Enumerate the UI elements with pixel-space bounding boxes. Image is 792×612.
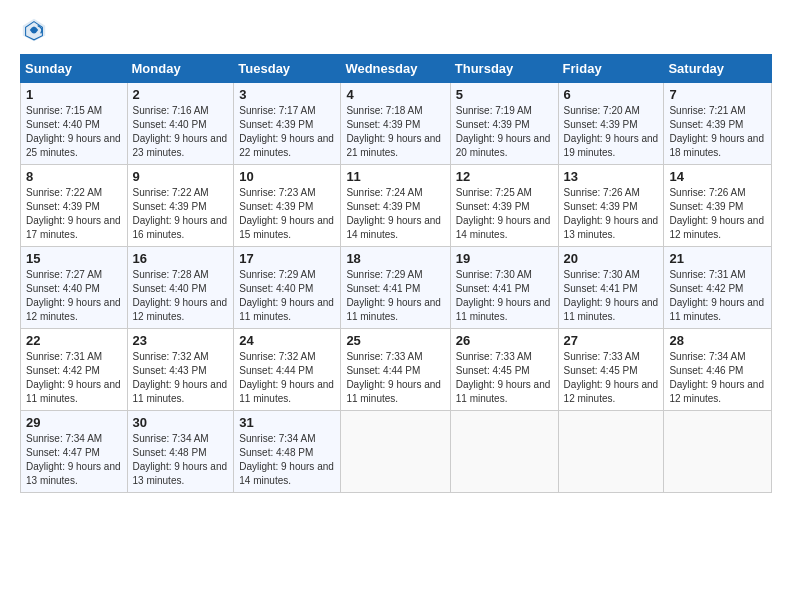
logo xyxy=(20,16,52,44)
day-info: Sunrise: 7:33 AMSunset: 4:45 PMDaylight:… xyxy=(564,351,659,404)
calendar-cell: 16 Sunrise: 7:28 AMSunset: 4:40 PMDaylig… xyxy=(127,247,234,329)
day-info: Sunrise: 7:34 AMSunset: 4:46 PMDaylight:… xyxy=(669,351,764,404)
day-info: Sunrise: 7:27 AMSunset: 4:40 PMDaylight:… xyxy=(26,269,121,322)
weekday-header-tuesday: Tuesday xyxy=(234,55,341,83)
day-info: Sunrise: 7:26 AMSunset: 4:39 PMDaylight:… xyxy=(564,187,659,240)
weekday-header-wednesday: Wednesday xyxy=(341,55,450,83)
day-info: Sunrise: 7:32 AMSunset: 4:43 PMDaylight:… xyxy=(133,351,228,404)
calendar-cell: 4 Sunrise: 7:18 AMSunset: 4:39 PMDayligh… xyxy=(341,83,450,165)
calendar-cell: 27 Sunrise: 7:33 AMSunset: 4:45 PMDaylig… xyxy=(558,329,664,411)
day-number: 13 xyxy=(564,169,659,184)
day-info: Sunrise: 7:20 AMSunset: 4:39 PMDaylight:… xyxy=(564,105,659,158)
calendar-cell: 1 Sunrise: 7:15 AMSunset: 4:40 PMDayligh… xyxy=(21,83,128,165)
day-number: 12 xyxy=(456,169,553,184)
calendar-cell: 18 Sunrise: 7:29 AMSunset: 4:41 PMDaylig… xyxy=(341,247,450,329)
calendar-cell xyxy=(450,411,558,493)
calendar-cell: 9 Sunrise: 7:22 AMSunset: 4:39 PMDayligh… xyxy=(127,165,234,247)
day-number: 7 xyxy=(669,87,766,102)
calendar-cell: 3 Sunrise: 7:17 AMSunset: 4:39 PMDayligh… xyxy=(234,83,341,165)
day-info: Sunrise: 7:16 AMSunset: 4:40 PMDaylight:… xyxy=(133,105,228,158)
calendar-cell: 15 Sunrise: 7:27 AMSunset: 4:40 PMDaylig… xyxy=(21,247,128,329)
day-info: Sunrise: 7:33 AMSunset: 4:44 PMDaylight:… xyxy=(346,351,441,404)
day-info: Sunrise: 7:32 AMSunset: 4:44 PMDaylight:… xyxy=(239,351,334,404)
weekday-header-friday: Friday xyxy=(558,55,664,83)
day-number: 16 xyxy=(133,251,229,266)
day-info: Sunrise: 7:19 AMSunset: 4:39 PMDaylight:… xyxy=(456,105,551,158)
day-number: 21 xyxy=(669,251,766,266)
calendar-week-row: 1 Sunrise: 7:15 AMSunset: 4:40 PMDayligh… xyxy=(21,83,772,165)
calendar-cell: 25 Sunrise: 7:33 AMSunset: 4:44 PMDaylig… xyxy=(341,329,450,411)
calendar-cell: 10 Sunrise: 7:23 AMSunset: 4:39 PMDaylig… xyxy=(234,165,341,247)
day-info: Sunrise: 7:29 AMSunset: 4:40 PMDaylight:… xyxy=(239,269,334,322)
day-info: Sunrise: 7:34 AMSunset: 4:48 PMDaylight:… xyxy=(239,433,334,486)
day-info: Sunrise: 7:31 AMSunset: 4:42 PMDaylight:… xyxy=(26,351,121,404)
day-number: 5 xyxy=(456,87,553,102)
calendar-cell: 7 Sunrise: 7:21 AMSunset: 4:39 PMDayligh… xyxy=(664,83,772,165)
calendar-week-row: 8 Sunrise: 7:22 AMSunset: 4:39 PMDayligh… xyxy=(21,165,772,247)
day-info: Sunrise: 7:31 AMSunset: 4:42 PMDaylight:… xyxy=(669,269,764,322)
weekday-header-row: SundayMondayTuesdayWednesdayThursdayFrid… xyxy=(21,55,772,83)
day-number: 1 xyxy=(26,87,122,102)
calendar-cell xyxy=(341,411,450,493)
day-number: 23 xyxy=(133,333,229,348)
calendar-cell: 8 Sunrise: 7:22 AMSunset: 4:39 PMDayligh… xyxy=(21,165,128,247)
calendar-cell: 28 Sunrise: 7:34 AMSunset: 4:46 PMDaylig… xyxy=(664,329,772,411)
day-info: Sunrise: 7:29 AMSunset: 4:41 PMDaylight:… xyxy=(346,269,441,322)
calendar-cell: 13 Sunrise: 7:26 AMSunset: 4:39 PMDaylig… xyxy=(558,165,664,247)
calendar-cell: 21 Sunrise: 7:31 AMSunset: 4:42 PMDaylig… xyxy=(664,247,772,329)
day-number: 31 xyxy=(239,415,335,430)
calendar-cell: 6 Sunrise: 7:20 AMSunset: 4:39 PMDayligh… xyxy=(558,83,664,165)
weekday-header-sunday: Sunday xyxy=(21,55,128,83)
calendar-cell xyxy=(558,411,664,493)
calendar-cell xyxy=(664,411,772,493)
calendar-week-row: 15 Sunrise: 7:27 AMSunset: 4:40 PMDaylig… xyxy=(21,247,772,329)
day-number: 2 xyxy=(133,87,229,102)
day-number: 14 xyxy=(669,169,766,184)
day-number: 25 xyxy=(346,333,444,348)
day-info: Sunrise: 7:24 AMSunset: 4:39 PMDaylight:… xyxy=(346,187,441,240)
day-number: 15 xyxy=(26,251,122,266)
calendar-cell: 26 Sunrise: 7:33 AMSunset: 4:45 PMDaylig… xyxy=(450,329,558,411)
day-number: 18 xyxy=(346,251,444,266)
day-number: 3 xyxy=(239,87,335,102)
calendar-cell: 20 Sunrise: 7:30 AMSunset: 4:41 PMDaylig… xyxy=(558,247,664,329)
day-info: Sunrise: 7:25 AMSunset: 4:39 PMDaylight:… xyxy=(456,187,551,240)
calendar-cell: 12 Sunrise: 7:25 AMSunset: 4:39 PMDaylig… xyxy=(450,165,558,247)
calendar-table: SundayMondayTuesdayWednesdayThursdayFrid… xyxy=(20,54,772,493)
page-container: SundayMondayTuesdayWednesdayThursdayFrid… xyxy=(0,0,792,503)
day-number: 17 xyxy=(239,251,335,266)
day-info: Sunrise: 7:18 AMSunset: 4:39 PMDaylight:… xyxy=(346,105,441,158)
logo-icon xyxy=(20,16,48,44)
day-info: Sunrise: 7:15 AMSunset: 4:40 PMDaylight:… xyxy=(26,105,121,158)
day-number: 27 xyxy=(564,333,659,348)
day-number: 6 xyxy=(564,87,659,102)
calendar-cell: 23 Sunrise: 7:32 AMSunset: 4:43 PMDaylig… xyxy=(127,329,234,411)
weekday-header-saturday: Saturday xyxy=(664,55,772,83)
day-number: 28 xyxy=(669,333,766,348)
calendar-cell: 24 Sunrise: 7:32 AMSunset: 4:44 PMDaylig… xyxy=(234,329,341,411)
day-number: 9 xyxy=(133,169,229,184)
calendar-cell: 31 Sunrise: 7:34 AMSunset: 4:48 PMDaylig… xyxy=(234,411,341,493)
day-number: 22 xyxy=(26,333,122,348)
day-number: 29 xyxy=(26,415,122,430)
day-number: 20 xyxy=(564,251,659,266)
day-info: Sunrise: 7:34 AMSunset: 4:47 PMDaylight:… xyxy=(26,433,121,486)
day-info: Sunrise: 7:22 AMSunset: 4:39 PMDaylight:… xyxy=(133,187,228,240)
weekday-header-thursday: Thursday xyxy=(450,55,558,83)
calendar-cell: 22 Sunrise: 7:31 AMSunset: 4:42 PMDaylig… xyxy=(21,329,128,411)
day-info: Sunrise: 7:23 AMSunset: 4:39 PMDaylight:… xyxy=(239,187,334,240)
day-info: Sunrise: 7:30 AMSunset: 4:41 PMDaylight:… xyxy=(564,269,659,322)
day-number: 26 xyxy=(456,333,553,348)
header xyxy=(20,16,772,44)
calendar-cell: 17 Sunrise: 7:29 AMSunset: 4:40 PMDaylig… xyxy=(234,247,341,329)
day-info: Sunrise: 7:33 AMSunset: 4:45 PMDaylight:… xyxy=(456,351,551,404)
weekday-header-monday: Monday xyxy=(127,55,234,83)
day-number: 8 xyxy=(26,169,122,184)
calendar-cell: 2 Sunrise: 7:16 AMSunset: 4:40 PMDayligh… xyxy=(127,83,234,165)
calendar-cell: 19 Sunrise: 7:30 AMSunset: 4:41 PMDaylig… xyxy=(450,247,558,329)
calendar-cell: 11 Sunrise: 7:24 AMSunset: 4:39 PMDaylig… xyxy=(341,165,450,247)
calendar-week-row: 29 Sunrise: 7:34 AMSunset: 4:47 PMDaylig… xyxy=(21,411,772,493)
day-info: Sunrise: 7:22 AMSunset: 4:39 PMDaylight:… xyxy=(26,187,121,240)
calendar-cell: 5 Sunrise: 7:19 AMSunset: 4:39 PMDayligh… xyxy=(450,83,558,165)
day-number: 10 xyxy=(239,169,335,184)
